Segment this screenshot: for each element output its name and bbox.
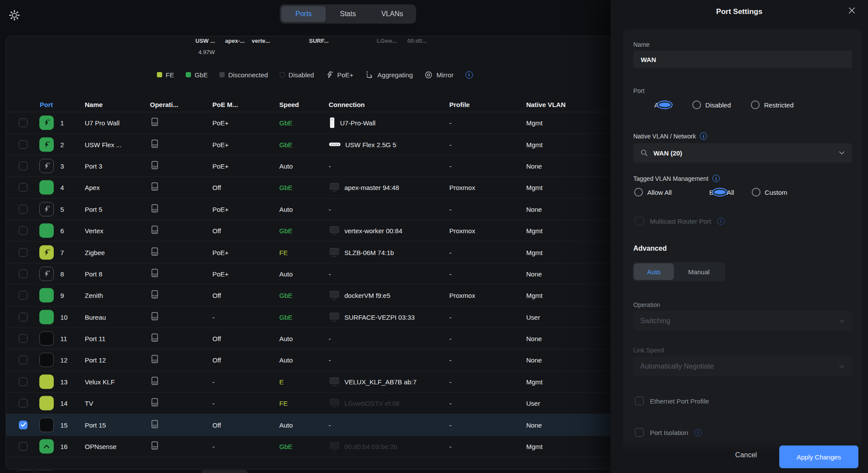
row-checkbox[interactable] — [19, 291, 28, 300]
device-strip-label[interactable]: USW ... — [195, 38, 215, 44]
poe-mode: PoE+ — [212, 162, 229, 169]
device-strip-label[interactable]: 00:d0... — [407, 38, 427, 44]
row-checkbox[interactable] — [19, 226, 28, 235]
radio-icon[interactable] — [692, 100, 701, 109]
radio-icon[interactable] — [712, 188, 728, 197]
name-input[interactable] — [633, 51, 852, 68]
pagination-next-button[interactable] — [35, 470, 53, 473]
radio-icon[interactable] — [634, 188, 643, 197]
poe-mode: Off — [212, 335, 221, 342]
device-strip-label[interactable]: LGwe... — [377, 38, 397, 44]
native-vlan: Mgmt — [526, 141, 543, 148]
ethernet-port-profile-checkbox-row[interactable]: Ethernet Port Profile — [635, 397, 709, 405]
row-checkbox[interactable] — [19, 118, 28, 127]
connection: USW Flex 2.5G 5 — [329, 141, 396, 148]
operation-icon — [150, 441, 159, 452]
device-strip-label[interactable]: SURF... — [309, 38, 329, 44]
port-status-icon — [39, 331, 54, 346]
native-vlan-info-icon[interactable]: i — [700, 132, 707, 140]
port-status-icon — [39, 310, 54, 324]
legend-item: Disabled — [280, 71, 314, 79]
row-checkbox[interactable] — [19, 377, 28, 386]
port-number: 13 — [60, 378, 68, 385]
port-isolation-checkbox[interactable] — [635, 428, 644, 437]
radio-icon[interactable] — [751, 100, 760, 109]
row-checkbox[interactable] — [19, 399, 28, 407]
switch-device-icon — [150, 376, 159, 386]
port-number: 14 — [60, 400, 68, 407]
multicast-router-checkbox-row[interactable]: Multicast Router Port i — [635, 217, 725, 225]
mode-manual-button[interactable]: Manual — [674, 263, 724, 280]
cancel-button[interactable]: Cancel — [729, 451, 763, 459]
tab-stats[interactable]: Stats — [326, 6, 370, 22]
port-name: Apex — [85, 184, 100, 191]
legend-info-icon[interactable]: i — [465, 71, 473, 79]
tagged-vlan-radio-block-all[interactable]: Block All — [689, 188, 734, 197]
poe-mode: PoE+ — [212, 270, 229, 277]
native-vlan: Mgmt — [526, 443, 543, 450]
row-checkbox[interactable] — [19, 183, 28, 192]
apply-changes-button[interactable]: Apply Changes — [779, 445, 858, 468]
client-device-icon — [329, 182, 340, 193]
port-number: 5 — [60, 205, 64, 213]
profile: - — [449, 162, 451, 169]
mode-auto-button[interactable]: Auto — [634, 263, 674, 280]
row-checkbox[interactable] — [19, 334, 28, 343]
radio-icon[interactable] — [657, 100, 673, 109]
column-header-operation[interactable]: Operati... — [150, 100, 178, 108]
tagged-vlan-info-icon[interactable]: i — [712, 175, 720, 182]
port-isolation-checkbox-row[interactable]: Port Isolation i — [635, 428, 702, 437]
port-name: Zenith — [85, 292, 103, 299]
native-vlan: Mgmt — [526, 378, 543, 385]
profile: Proxmox — [449, 184, 475, 191]
speed: GbE — [279, 141, 292, 148]
link-speed-label: Link Speed — [633, 347, 664, 354]
poe-icon — [326, 71, 333, 79]
port-state-radio-disabled[interactable]: Disabled — [692, 100, 731, 109]
poe-mode: Off — [212, 184, 221, 191]
pagination-prev-button[interactable] — [17, 470, 35, 473]
column-header-speed[interactable]: Speed — [279, 100, 299, 108]
row-checkbox[interactable] — [19, 421, 28, 429]
row-checkbox[interactable] — [19, 248, 28, 257]
close-icon[interactable] — [847, 6, 857, 15]
port-state-radio-active[interactable]: Active — [634, 100, 672, 109]
gbe-swatch — [186, 72, 191, 77]
tab-ports[interactable]: Ports — [281, 6, 326, 22]
multicast-info-icon[interactable]: i — [717, 218, 725, 225]
column-header-profile[interactable]: Profile — [449, 100, 470, 108]
port-name: Velux KLF — [85, 378, 115, 385]
operation-select[interactable]: Switching — [633, 311, 852, 331]
ethernet-port-profile-checkbox[interactable] — [635, 397, 644, 405]
port-state-radio-group: ActiveDisabledRestricted — [634, 100, 794, 109]
row-checkbox[interactable] — [19, 269, 28, 278]
native-vlan-select[interactable]: WAN (20) — [633, 143, 852, 162]
link-speed-select[interactable]: Automatically Negotiate — [633, 356, 852, 376]
tab-vlans[interactable]: VLANs — [370, 6, 414, 22]
settings-gear-icon[interactable] — [9, 10, 20, 21]
port-isolation-info-icon[interactable]: i — [694, 429, 702, 436]
device-strip-label[interactable]: apex-... — [225, 38, 245, 44]
column-header-poe-mode[interactable]: PoE M... — [212, 100, 238, 108]
column-header-native-vlan[interactable]: Native VLAN — [526, 100, 566, 108]
multicast-router-checkbox[interactable] — [635, 217, 644, 225]
radio-icon[interactable] — [752, 188, 760, 197]
row-checkbox[interactable] — [19, 140, 28, 149]
poe-mode: Off — [212, 356, 221, 364]
row-checkbox[interactable] — [19, 313, 28, 321]
row-checkbox[interactable] — [19, 356, 28, 364]
row-checkbox[interactable] — [19, 205, 28, 214]
row-checkbox[interactable] — [19, 442, 28, 451]
tagged-vlan-radio-allow-all[interactable]: Allow All — [634, 188, 672, 197]
port-status-icon — [39, 353, 54, 367]
device-strip-label[interactable]: verte... — [252, 38, 270, 44]
column-header-port[interactable]: Port — [40, 100, 53, 108]
port-state-radio-restricted[interactable]: Restricted — [751, 100, 794, 109]
legend-item: Disconnected — [219, 71, 268, 79]
row-checkbox[interactable] — [19, 162, 28, 170]
column-header-connection[interactable]: Connection — [329, 100, 365, 108]
tagged-vlan-radio-custom[interactable]: Custom — [752, 188, 788, 197]
pagination-page-button[interactable] — [201, 470, 247, 473]
column-header-name[interactable]: Name — [85, 100, 103, 108]
advanced-heading: Advanced — [633, 245, 667, 252]
